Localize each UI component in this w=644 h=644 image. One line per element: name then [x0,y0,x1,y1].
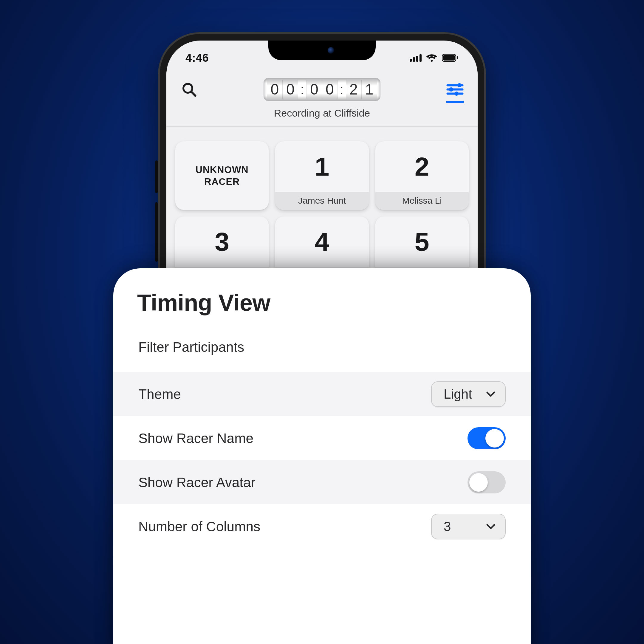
svg-point-10 [457,83,462,87]
sliders-icon [446,83,464,96]
front-camera-icon [328,47,334,54]
search-icon [181,82,197,97]
svg-point-12 [449,87,453,92]
racer-card[interactable]: 1 James Hunt [275,141,369,210]
row-filter-participants[interactable]: Filter Participants [137,322,507,372]
timer-digit: 0 [322,80,338,99]
status-indicators [410,54,459,62]
racer-number: 4 [315,216,329,267]
svg-rect-0 [410,59,412,62]
sheet-title: Timing View [137,289,507,316]
active-tab-indicator [446,101,464,103]
status-time: 4:46 [185,52,209,64]
racer-card-unknown[interactable]: UNKNOWN RACER [175,141,269,210]
cellular-icon [410,54,422,62]
svg-point-14 [454,92,459,96]
timer-digit: 1 [361,80,377,99]
racer-number: 5 [415,216,429,267]
row-theme: Theme Light [113,372,531,416]
select-value: Light [444,387,472,402]
settings-sheet: Timing View Filter Participants Theme Li… [113,268,531,644]
row-label: Show Racer Avatar [138,474,256,490]
svg-rect-1 [413,57,415,62]
battery-icon [442,54,459,62]
toggle-show-racer-name[interactable] [467,427,506,449]
timer-digit: 0 [283,80,298,99]
row-show-racer-name: Show Racer Name [137,416,507,460]
racer-number: 2 [415,141,429,192]
columns-select[interactable]: 3 [431,514,506,539]
racer-number: 3 [215,216,229,267]
wifi-icon [426,54,438,62]
chevron-down-icon [485,389,496,400]
search-button[interactable] [178,79,200,100]
timer-digit: 2 [346,80,361,99]
racer-number: UNKNOWN RACER [175,141,269,210]
svg-rect-6 [457,56,458,59]
toggle-knob [485,429,504,448]
recording-subtitle: Recording at Cliffside [178,107,466,119]
notch [268,41,376,60]
row-label: Theme [138,386,181,402]
row-label: Number of Columns [138,518,260,535]
app-header: 0 0 : 0 0 : 2 1 [166,72,478,127]
timer-display: 0 0 : 0 0 : 2 1 [264,78,380,101]
svg-rect-3 [419,54,422,62]
chevron-down-icon [485,521,496,532]
toggle-show-racer-avatar[interactable] [467,471,506,493]
row-number-of-columns: Number of Columns 3 [137,504,507,548]
svg-rect-2 [416,56,418,62]
select-value: 3 [444,519,451,534]
view-settings-button[interactable] [444,79,466,100]
racer-name: Melissa Li [375,192,469,210]
racer-card[interactable]: 2 Melissa Li [375,141,469,210]
row-label: Filter Participants [138,339,244,355]
svg-line-8 [191,92,195,96]
row-show-racer-avatar: Show Racer Avatar [113,460,531,504]
toggle-knob [469,473,488,492]
racer-grid: UNKNOWN RACER 1 James Hunt 2 Melissa Li … [166,136,478,290]
timer-separator: : [338,80,346,99]
timer-separator: : [298,80,306,99]
row-label: Show Racer Name [138,430,253,446]
theme-select[interactable]: Light [431,381,506,407]
svg-rect-5 [443,55,455,61]
racer-number: 1 [315,141,329,192]
timer-digit: 0 [306,80,322,99]
timer-digit: 0 [267,80,283,99]
racer-name: James Hunt [275,192,369,210]
